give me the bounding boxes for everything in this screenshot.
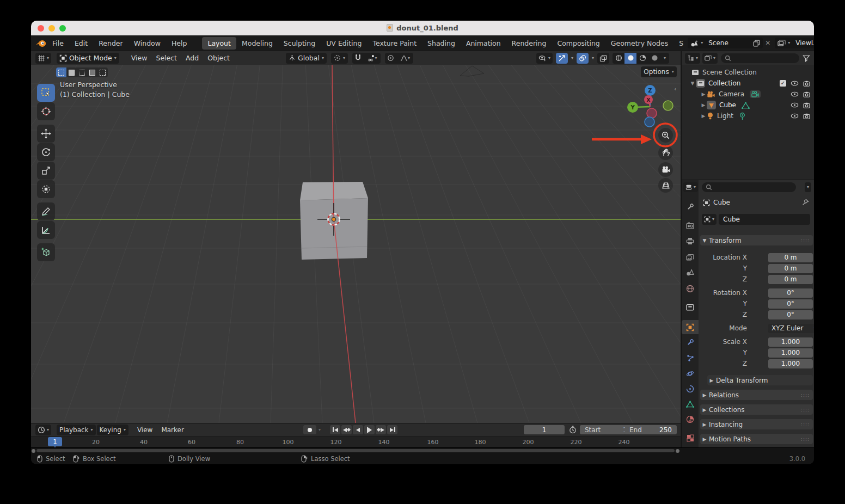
workspace-tab-scripting[interactable]: S xyxy=(673,37,683,50)
jump-to-start-button[interactable] xyxy=(330,425,340,434)
viewlayer-selector[interactable]: ▾ ViewLayer xyxy=(775,38,814,48)
select-mode-extend-button[interactable] xyxy=(66,67,77,77)
properties-search-input[interactable] xyxy=(702,182,796,192)
shading-solid-button[interactable] xyxy=(624,53,636,64)
options-button[interactable]: Options▾ xyxy=(641,66,677,77)
select-box-tool[interactable] xyxy=(37,84,55,102)
workspace-tab-geometry-nodes[interactable]: Geometry Nodes xyxy=(605,37,673,50)
cursor-tool[interactable] xyxy=(37,102,55,120)
scale-y-field[interactable]: 1.000 xyxy=(768,348,813,358)
add-cube-tool[interactable] xyxy=(37,243,55,261)
scrollbar-end-dot[interactable] xyxy=(676,449,679,453)
annotate-tool[interactable] xyxy=(37,202,55,220)
workspace-tab-animation[interactable]: Animation xyxy=(461,37,506,50)
filter-icon[interactable] xyxy=(803,54,810,62)
proportional-editing-toggle[interactable] xyxy=(385,53,397,64)
disable-render-icon[interactable] xyxy=(803,91,810,97)
timeline-ruler[interactable]: 1 20 40 60 80 100 120 140 160 180 200 22… xyxy=(31,436,681,448)
shading-material-button[interactable] xyxy=(636,53,648,64)
transform-tool[interactable] xyxy=(37,180,55,198)
instancing-panel-header[interactable]: ▶ Instancing :::: xyxy=(700,419,813,429)
move-tool[interactable] xyxy=(37,125,55,143)
light-data-icon[interactable] xyxy=(739,112,746,120)
disclosure-triangle-icon[interactable]: ▶ xyxy=(700,91,707,97)
workspace-tab-layout[interactable]: Layout xyxy=(202,37,236,50)
mode-selector[interactable]: Object Mode ▾ xyxy=(57,53,119,64)
transform-panel-header[interactable]: ▼ Transform :::: xyxy=(700,235,813,245)
tab-output[interactable] xyxy=(682,234,699,248)
camera-object-wire[interactable] xyxy=(456,65,488,77)
current-frame-marker[interactable]: 1 xyxy=(48,437,62,446)
scale-z-field[interactable]: 1.000 xyxy=(768,359,813,368)
object-name-input[interactable]: Cube xyxy=(719,214,810,225)
stopwatch-icon[interactable] xyxy=(569,425,577,434)
auto-keying-toggle[interactable]: ▾ xyxy=(303,425,321,434)
tab-modifiers[interactable] xyxy=(682,335,699,349)
proportional-falloff-dropdown[interactable]: ▾ xyxy=(397,53,413,64)
overlays-settings-dropdown[interactable]: ▾ xyxy=(592,56,594,60)
disable-render-icon[interactable] xyxy=(803,81,810,87)
show-gizmo-toggle[interactable] xyxy=(556,53,568,64)
scrollbar-end-dot[interactable] xyxy=(32,449,35,453)
select-mode-subtract-button[interactable] xyxy=(77,67,87,77)
rotation-y-field[interactable]: 0° xyxy=(768,299,813,309)
scale-tool[interactable] xyxy=(37,162,55,180)
zoom-view-button[interactable] xyxy=(658,128,673,143)
outliner-display-mode-button[interactable]: ▾ xyxy=(702,53,718,64)
end-frame-field[interactable]: End250 xyxy=(624,425,677,434)
blender-logo-icon[interactable] xyxy=(35,39,47,48)
jump-to-end-button[interactable] xyxy=(387,425,397,434)
editor-type-3d-viewport-button[interactable]: ▾ xyxy=(35,53,51,64)
snap-magnet-toggle[interactable] xyxy=(352,53,364,64)
outliner-row-camera[interactable]: ▶ Camera xyxy=(682,89,814,100)
panel-grip-icon[interactable]: :::: xyxy=(801,437,810,442)
menu-add[interactable]: Add xyxy=(181,54,203,62)
tab-render[interactable] xyxy=(682,218,699,232)
tab-texture[interactable] xyxy=(682,431,699,445)
workspace-tab-rendering[interactable]: Rendering xyxy=(506,37,552,50)
playback-menu[interactable]: Playback▾ xyxy=(57,425,96,435)
relations-panel-header[interactable]: ▶ Relations :::: xyxy=(700,390,813,400)
menu-file[interactable]: File xyxy=(47,38,69,49)
new-scene-icon[interactable] xyxy=(753,40,760,47)
disable-render-icon[interactable] xyxy=(803,113,810,119)
outliner-search-input[interactable] xyxy=(721,53,799,63)
tab-scene[interactable] xyxy=(682,265,699,279)
motion-paths-panel-header[interactable]: ▶ Motion Paths :::: xyxy=(700,434,813,444)
location-x-field[interactable]: 0 m xyxy=(768,253,813,262)
panel-grip-icon[interactable]: :::: xyxy=(801,392,810,398)
outliner-row-light[interactable]: ▶ Light xyxy=(682,110,814,121)
disclosure-triangle-icon[interactable]: ▼ xyxy=(689,81,696,86)
collection-checkbox[interactable]: ✓ xyxy=(780,80,786,87)
tab-collection[interactable] xyxy=(682,300,699,314)
previous-keyframe-button[interactable] xyxy=(341,425,352,434)
select-mode-invert-button[interactable] xyxy=(87,67,97,77)
object-id-dropdown[interactable]: ▾ xyxy=(702,214,717,225)
panel-grip-icon[interactable]: :::: xyxy=(801,407,810,413)
shading-rendered-button[interactable] xyxy=(648,53,660,64)
rotation-z-field[interactable]: 0° xyxy=(768,310,813,319)
tab-object-data[interactable] xyxy=(682,397,699,411)
menu-object[interactable]: Object xyxy=(203,54,234,62)
disclosure-triangle-icon[interactable]: ▶ xyxy=(700,102,707,108)
collapse-sidebar-icon[interactable]: ‹ xyxy=(674,85,676,93)
timeline-view-menu[interactable]: View xyxy=(133,426,157,434)
collections-panel-header[interactable]: ▶ Collections :::: xyxy=(700,404,813,415)
rotation-mode-dropdown[interactable]: XYZ Euler▾ xyxy=(768,324,814,333)
select-mode-set-button[interactable] xyxy=(56,67,66,77)
timeline-scrollbar[interactable] xyxy=(36,449,675,452)
panel-grip-icon[interactable]: :::: xyxy=(801,422,810,427)
viewport-3d[interactable]: User Perspective (1) Collection | Cube O… xyxy=(31,65,681,423)
shading-settings-dropdown[interactable]: ▾ xyxy=(660,53,669,64)
snap-settings-dropdown[interactable]: ▾ xyxy=(364,53,381,64)
editor-type-timeline-button[interactable]: ▾ xyxy=(35,425,51,435)
rotate-tool[interactable] xyxy=(37,143,55,161)
camera-view-button[interactable] xyxy=(658,162,673,177)
navigation-gizmo[interactable]: Z X Y xyxy=(622,78,681,138)
tab-particles[interactable] xyxy=(682,351,699,365)
menu-help[interactable]: Help xyxy=(166,38,193,49)
workspace-tab-texture-paint[interactable]: Texture Paint xyxy=(367,37,422,50)
keying-menu[interactable]: Keying▾ xyxy=(97,425,128,435)
outliner-row-collection[interactable]: ▼ Collection ✓ xyxy=(682,78,814,89)
scale-x-field[interactable]: 1.000 xyxy=(768,337,813,347)
